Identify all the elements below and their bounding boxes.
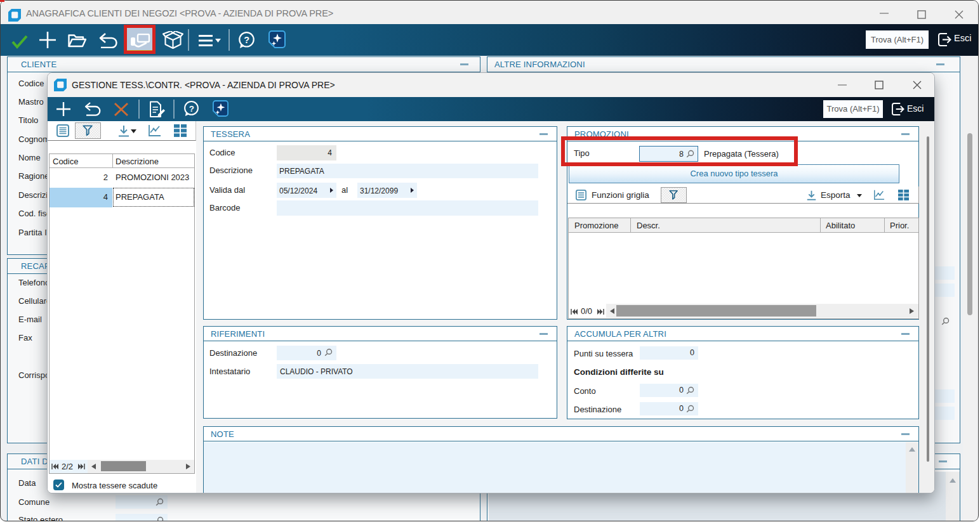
svg-text:?: ? (244, 35, 249, 45)
svg-text:?: ? (189, 104, 194, 114)
